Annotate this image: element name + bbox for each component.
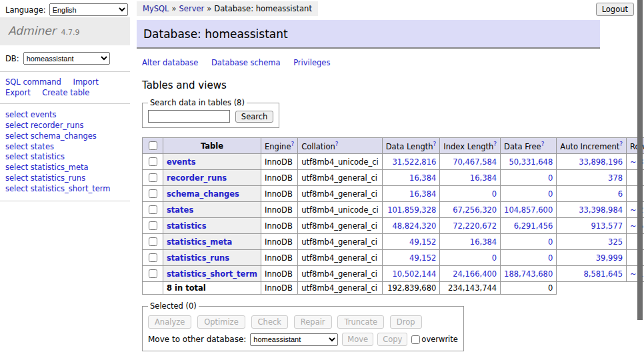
row-checkbox[interactable] bbox=[149, 189, 157, 198]
total-label: 8 in total bbox=[163, 282, 261, 295]
sidebar-item-export[interactable]: Export bbox=[5, 88, 31, 97]
overwrite-checkbox[interactable] bbox=[411, 335, 420, 344]
help-link[interactable]: ? bbox=[335, 141, 339, 147]
drop-button[interactable]: Drop bbox=[390, 315, 422, 329]
row-checkbox[interactable] bbox=[149, 157, 157, 166]
auto-increment-value[interactable]: 325 bbox=[608, 237, 623, 247]
optimize-button[interactable]: Optimize bbox=[197, 315, 245, 329]
auto-increment-value[interactable]: 33,398,984 bbox=[579, 205, 623, 215]
index-length-value[interactable]: 0 bbox=[492, 189, 497, 199]
data-free-value[interactable]: 0 bbox=[548, 237, 553, 247]
data-length-value[interactable]: 16,384 bbox=[409, 189, 436, 199]
table-link[interactable]: statistics_short_term bbox=[167, 269, 257, 279]
sidebar-select-recorder-runs[interactable]: select recorder_runs bbox=[5, 121, 125, 131]
row-checkbox[interactable] bbox=[149, 205, 157, 214]
search-button[interactable]: Search bbox=[235, 111, 274, 123]
table-row: statistics InnoDB utf8mb4_general_ci 48,… bbox=[143, 218, 644, 234]
sidebar-select-statistics-short-term[interactable]: select statistics_short_term bbox=[5, 184, 125, 195]
table-link[interactable]: statistics bbox=[167, 221, 207, 231]
breadcrumb-link-mysql[interactable]: MySQL bbox=[143, 4, 169, 13]
database-schema-link[interactable]: Database schema bbox=[211, 58, 280, 67]
select-all-checkbox[interactable] bbox=[149, 141, 157, 150]
index-length-value[interactable]: 0 bbox=[492, 253, 497, 263]
breadcrumb-separator: » bbox=[172, 4, 177, 13]
sidebar-item-create-table[interactable]: Create table bbox=[42, 88, 89, 97]
col-table: Table bbox=[163, 138, 261, 154]
sidebar-select-statistics-runs[interactable]: select statistics_runs bbox=[5, 173, 125, 184]
data-free-value[interactable]: 0 bbox=[548, 173, 553, 183]
index-length-value[interactable]: 70,467,584 bbox=[453, 157, 497, 167]
index-length-value[interactable]: 16,384 bbox=[470, 237, 497, 247]
sidebar-select-events[interactable]: select events bbox=[5, 110, 125, 121]
auto-increment-value[interactable]: 913,577 bbox=[591, 221, 623, 231]
table-link[interactable]: states bbox=[167, 205, 193, 215]
row-checkbox[interactable] bbox=[149, 253, 157, 262]
auto-increment-value[interactable]: 33,898,196 bbox=[579, 157, 623, 167]
truncate-button[interactable]: Truncate bbox=[337, 315, 384, 329]
index-length-value[interactable]: 16,384 bbox=[470, 173, 497, 183]
breadcrumb-separator: » bbox=[207, 4, 211, 13]
sidebar-select-states[interactable]: select states bbox=[5, 142, 125, 153]
help-link[interactable]: ? bbox=[493, 141, 497, 147]
language-select[interactable]: English bbox=[49, 3, 128, 16]
check-button[interactable]: Check bbox=[251, 315, 288, 329]
row-checkbox[interactable] bbox=[149, 173, 157, 182]
data-length-value[interactable]: 10,502,144 bbox=[392, 269, 436, 279]
table-link[interactable]: events bbox=[167, 157, 196, 167]
data-free-value[interactable]: 6,291,456 bbox=[514, 221, 553, 231]
auto-increment-value[interactable]: 8,581,645 bbox=[584, 269, 623, 279]
row-checkbox[interactable] bbox=[149, 221, 157, 230]
sidebar-item-import[interactable]: Import bbox=[73, 77, 98, 87]
data-length-value[interactable]: 101,859,328 bbox=[387, 205, 436, 215]
data-length-value[interactable]: 48,824,320 bbox=[392, 221, 436, 231]
index-length-value[interactable]: 24,166,400 bbox=[453, 269, 497, 279]
logout-button[interactable]: Logout bbox=[596, 3, 634, 16]
db-select[interactable]: homeassistant bbox=[23, 52, 110, 65]
collation-cell: utf8mb4_general_ci bbox=[298, 234, 383, 250]
sidebar-item-sql-command[interactable]: SQL command bbox=[5, 77, 61, 87]
sidebar-select-statistics-meta[interactable]: select statistics_meta bbox=[5, 163, 125, 173]
repair-button[interactable]: Repair bbox=[294, 315, 332, 329]
breadcrumb-link-server[interactable]: Server bbox=[179, 4, 205, 13]
help-link[interactable]: ? bbox=[541, 141, 545, 147]
data-free-value[interactable]: 188,743,680 bbox=[504, 269, 553, 279]
data-length-value[interactable]: 49,152 bbox=[409, 237, 436, 247]
data-length-value[interactable]: 16,384 bbox=[409, 173, 436, 183]
table-link[interactable]: statistics_runs bbox=[167, 253, 229, 263]
help-link[interactable]: ? bbox=[433, 141, 437, 147]
move-db-select[interactable]: homeassistant bbox=[250, 333, 338, 346]
table-link[interactable]: schema_changes bbox=[167, 189, 239, 199]
sidebar-select-statistics[interactable]: select statistics bbox=[5, 152, 125, 163]
data-free-value[interactable]: 50,331,648 bbox=[509, 157, 553, 167]
data-free-value[interactable]: 104,857,600 bbox=[504, 205, 553, 215]
copy-button[interactable]: Copy bbox=[377, 333, 407, 346]
scrollbar[interactable] bbox=[637, 0, 643, 362]
scrollbar-thumb[interactable] bbox=[637, 0, 643, 320]
collation-cell: utf8mb4_general_ci bbox=[298, 266, 383, 282]
help-link[interactable]: ? bbox=[291, 141, 294, 147]
data-length-value[interactable]: 31,522,816 bbox=[392, 157, 436, 167]
table-link[interactable]: statistics_meta bbox=[167, 237, 232, 247]
index-length-value[interactable]: 67,256,320 bbox=[453, 205, 497, 215]
auto-increment-value[interactable]: 378 bbox=[608, 173, 623, 183]
table-row: statistics_meta InnoDB utf8mb4_general_c… bbox=[143, 234, 644, 250]
search-input[interactable] bbox=[148, 110, 230, 123]
index-length-value[interactable]: 72,220,672 bbox=[453, 221, 497, 231]
auto-increment-value[interactable]: 6 bbox=[618, 189, 623, 199]
engine-cell: InnoDB bbox=[261, 186, 298, 202]
data-length-value[interactable]: 49,152 bbox=[409, 253, 436, 263]
privileges-link[interactable]: Privileges bbox=[293, 58, 330, 67]
move-button[interactable]: Move bbox=[342, 333, 373, 346]
row-checkbox[interactable] bbox=[149, 269, 157, 278]
data-free-value[interactable]: 0 bbox=[548, 189, 553, 199]
table-link[interactable]: recorder_runs bbox=[167, 173, 227, 183]
sidebar-select-schema-changes[interactable]: select schema_changes bbox=[5, 131, 125, 142]
row-checkbox[interactable] bbox=[149, 237, 157, 246]
collation-cell: utf8mb4_general_ci bbox=[298, 170, 383, 186]
sidebar: Adminer 4.7.9 DB: homeassistant SQL comm… bbox=[0, 17, 130, 201]
help-link[interactable]: ? bbox=[619, 141, 623, 147]
alter-database-link[interactable]: Alter database bbox=[142, 58, 198, 67]
auto-increment-value[interactable]: 39,999 bbox=[596, 253, 623, 263]
data-free-value[interactable]: 0 bbox=[548, 253, 553, 263]
analyze-button[interactable]: Analyze bbox=[148, 315, 191, 329]
